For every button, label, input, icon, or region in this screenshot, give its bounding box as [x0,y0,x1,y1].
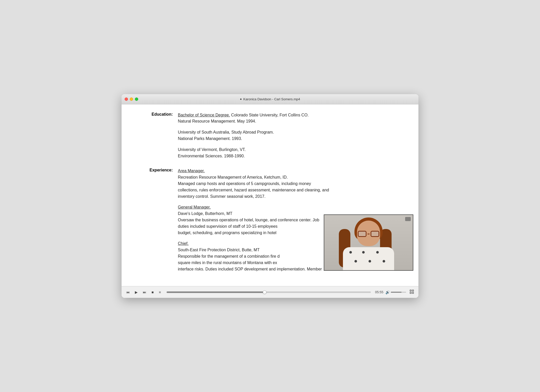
content-area: Education: Bachelor of Science Degree. C… [122,104,418,286]
video-feed [324,215,413,270]
progress-thumb[interactable] [263,290,266,294]
exp-entry-1: Area Manager. Recreation Resource Manage… [178,168,403,200]
exp1-line4: inventory control. Summer seasonal work,… [178,193,403,200]
edu-entry-3: University of Vermont, Burlington, VT. E… [178,147,403,159]
volume-slider[interactable] [391,292,406,293]
window-title: ● Karonica Davidson - Carl Somers.mp4 [240,97,300,101]
play-button[interactable]: ▶ [133,289,139,295]
glass-bridge [368,234,370,234]
minimize-button[interactable] [130,97,133,101]
edu-entry-1: Bachelor of Science Degree. Colorado Sta… [178,112,403,125]
menu-button[interactable]: ≡ [157,289,162,295]
traffic-lights [125,97,138,101]
controls-bar: ⏮ ▶ ⏭ ■ ≡ 05:55 🔊 [122,286,418,298]
education-label: Education: [137,112,178,164]
main-window: ● Karonica Davidson - Carl Somers.mp4 Ed… [122,94,418,298]
fullscreen-icon [410,290,414,294]
edu1-title: Bachelor of Science Degree. [178,113,230,117]
education-content: Bachelor of Science Degree. Colorado Sta… [178,112,403,164]
exp1-line1: Recreation Resource Management of Americ… [178,174,403,181]
exp1-line3: collections, rules enforcement, hazard a… [178,187,403,193]
titlebar: ● Karonica Davidson - Carl Somers.mp4 [122,94,418,104]
svg-rect-2 [410,292,411,293]
edu1-line2: Natural Resource Management. May 1994. [178,118,403,125]
exp1-line2: Managed camp hosts and operations of 5 c… [178,181,403,187]
svg-rect-0 [410,290,411,291]
title-text: Karonica Davidson - Carl Somers.mp4 [243,97,300,101]
glass-right [371,231,379,237]
exp3-title: Chief. [178,241,189,246]
time-display: 05:55 [375,290,383,294]
exp1-title: Area Manager. [178,169,205,173]
edu2-line2: National Parks Management. 1993. [178,136,403,142]
person-body [343,247,394,270]
rewind-button[interactable]: ⏮ [125,289,131,295]
video-overlay [324,214,413,271]
svg-rect-3 [412,292,414,293]
edu-entry-2: University of South Australia, Study Abr… [178,129,403,142]
volume-icon: 🔊 [385,290,390,294]
experience-label: Experience: [137,168,178,277]
edu3-line2: Environmental Sciences. 1988-1990. [178,153,403,159]
maximize-button[interactable] [135,97,138,101]
stop-button[interactable]: ■ [150,289,155,295]
edu3-line1: University of Vermont, Burlington, VT. [178,147,403,153]
volume-fill [391,292,402,293]
glass-left [358,231,366,237]
edu1-line1: Colorado State University, Fort Collins … [230,113,309,117]
fullscreen-button[interactable] [408,289,415,296]
camera-icon [405,217,411,221]
glasses [358,231,379,237]
file-icon: ● [240,97,242,101]
volume-area: 🔊 [385,290,406,294]
progress-fill [167,291,265,293]
dots-pattern [343,247,394,270]
exp2-title: General Manager. [178,205,211,209]
education-section: Education: Bachelor of Science Degree. C… [137,112,403,164]
close-button[interactable] [125,97,128,101]
edu2-line1: University of South Australia, Study Abr… [178,129,403,136]
document-panel: Education: Bachelor of Science Degree. C… [122,104,418,286]
fast-forward-button[interactable]: ⏭ [141,289,148,295]
svg-rect-1 [412,290,414,291]
progress-bar[interactable] [167,291,371,293]
